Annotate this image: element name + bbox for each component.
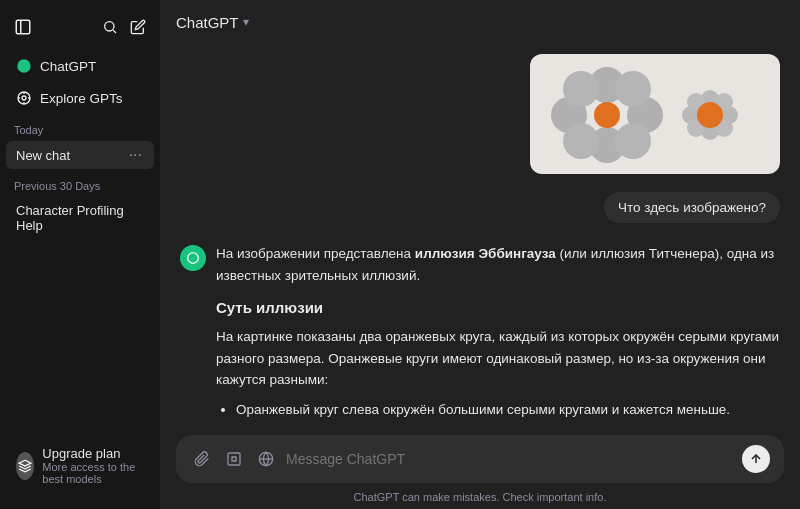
search-button[interactable]: [98, 15, 122, 39]
sidebar-item-chatgpt[interactable]: ChatGPT: [6, 51, 154, 81]
svg-point-16: [563, 71, 599, 107]
chatgpt-icon: [16, 58, 32, 74]
message-input[interactable]: [286, 451, 734, 467]
canvas-button[interactable]: [222, 449, 246, 469]
upgrade-subtitle: More access to the best models: [42, 461, 144, 485]
illusion-name: иллюзия Эббингауза: [415, 246, 556, 261]
bullet-list: Оранжевый круг слева окружён большими се…: [216, 399, 780, 427]
svg-point-29: [697, 102, 723, 128]
header: ChatGPT ▾: [160, 0, 800, 44]
sidebar-explore-label: Explore GPTs: [40, 91, 123, 106]
svg-point-17: [615, 71, 651, 107]
attach-button[interactable]: [190, 449, 214, 469]
upgrade-title: Upgrade plan: [42, 446, 144, 461]
svg-point-19: [615, 123, 651, 159]
chat-area: Что здесь изображено? На изображении пре…: [160, 44, 800, 427]
new-chat-item[interactable]: New chat ···: [6, 141, 154, 169]
previous-section-label: Previous 30 Days: [0, 170, 160, 196]
svg-point-2: [105, 22, 114, 31]
new-chat-icon-button[interactable]: [126, 15, 150, 39]
main-panel: ChatGPT ▾: [160, 0, 800, 509]
assistant-intro-text: На изображении представлена: [216, 246, 415, 261]
assistant-content: На изображении представлена иллюзия Эбби…: [216, 243, 780, 427]
assistant-message: На изображении представлена иллюзия Эбби…: [180, 243, 780, 427]
openai-icon: [186, 251, 200, 265]
user-image-message: [180, 54, 780, 174]
header-title: ChatGPT ▾: [176, 14, 249, 31]
upgrade-icon: [16, 452, 34, 480]
upgrade-plan-item[interactable]: Upgrade plan More access to the best mod…: [6, 438, 154, 493]
user-message: Что здесь изображено?: [180, 192, 780, 223]
today-section-label: Today: [0, 114, 160, 140]
svg-point-18: [563, 123, 599, 159]
description-paragraph: На картинке показаны два оранжевых круга…: [216, 326, 780, 391]
svg-point-20: [594, 102, 620, 128]
assistant-avatar: [180, 245, 206, 271]
sidebar-chatgpt-label: ChatGPT: [40, 59, 96, 74]
char-profiling-chat-item[interactable]: Character Profiling Help: [6, 197, 154, 239]
input-box: [176, 435, 784, 483]
header-chevron[interactable]: ▾: [243, 15, 249, 29]
svg-line-3: [113, 30, 116, 33]
upgrade-text: Upgrade plan More access to the best mod…: [42, 446, 144, 485]
send-button[interactable]: [742, 445, 770, 473]
sidebar-item-explore[interactable]: Explore GPTs: [6, 83, 154, 113]
svg-rect-0: [16, 20, 30, 34]
new-chat-label: New chat: [16, 148, 70, 163]
sidebar: ChatGPT Explore GPTs Today New chat ··· …: [0, 0, 160, 509]
web-search-button[interactable]: [254, 449, 278, 469]
input-area: [160, 427, 800, 487]
chat-item-menu-button[interactable]: ···: [127, 147, 144, 163]
illusion-image: [530, 54, 780, 174]
svg-point-4: [17, 59, 30, 72]
svg-point-5: [22, 96, 26, 100]
assistant-intro-paragraph: На изображении представлена иллюзия Эбби…: [216, 243, 780, 286]
explore-icon: [16, 90, 32, 106]
user-bubble: Что здесь изображено?: [604, 192, 780, 223]
toggle-sidebar-button[interactable]: [10, 14, 36, 40]
bullet-item-1: Оранжевый круг слева окружён большими се…: [236, 399, 780, 421]
char-profiling-label: Character Profiling Help: [16, 203, 144, 233]
svg-rect-30: [228, 453, 240, 465]
ebbinghaus-illusion-svg: [535, 57, 775, 172]
footer-disclaimer: ChatGPT can make mistakes. Check importa…: [160, 487, 800, 509]
sidebar-top-bar: [0, 8, 160, 50]
sidebar-bottom: Upgrade plan More access to the best mod…: [0, 430, 160, 501]
section-title: Суть иллюзии: [216, 296, 780, 320]
